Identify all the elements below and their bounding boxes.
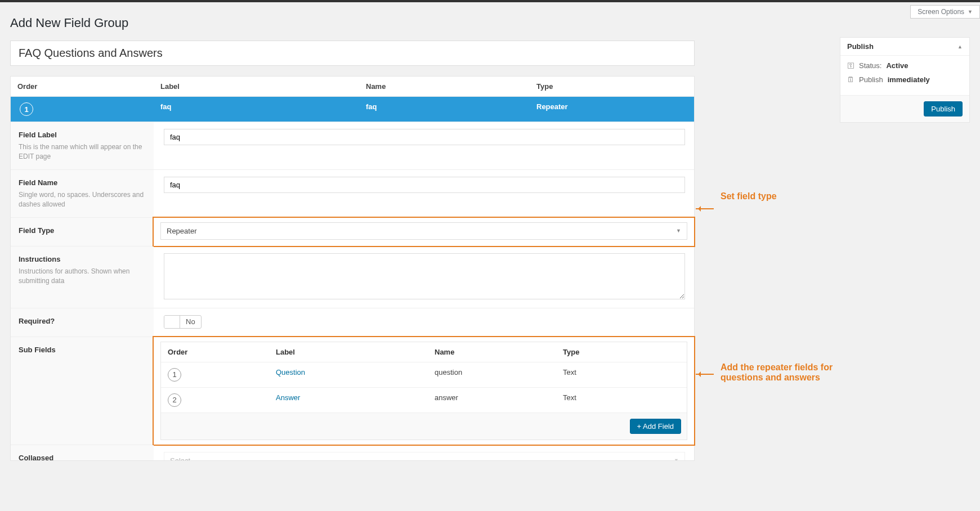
sub-type: Text — [556, 362, 687, 387]
sub-th-type: Type — [556, 342, 687, 362]
publish-title: Publish — [847, 42, 874, 51]
setting-desc: Single word, no spaces. Underscores and … — [19, 190, 147, 209]
group-title-input[interactable] — [10, 41, 695, 66]
add-field-button[interactable]: + Add Field — [630, 419, 681, 434]
sub-row[interactable]: 2 Answer answer Text — [161, 388, 687, 413]
key-icon: ⚿ — [847, 61, 854, 70]
fields-table: Order Label Name Type 1 faq faq Repeater… — [10, 76, 695, 461]
status-line: ⚿ Status: Active — [847, 61, 963, 70]
collapsed-value: Select — [170, 456, 190, 460]
field-label-cell: faq — [154, 97, 359, 122]
chevron-down-icon: ▼ — [968, 9, 973, 15]
field-type-select[interactable]: Repeater ▼ — [160, 222, 687, 240]
sub-th-label: Label — [269, 342, 428, 362]
screen-options-label: Screen Options — [918, 8, 964, 16]
instructions-textarea[interactable] — [164, 253, 685, 299]
field-order-num: 1 — [20, 102, 33, 116]
sub-footer: + Add Field — [161, 413, 687, 440]
status-value: Active — [886, 61, 908, 70]
required-toggle[interactable]: No — [164, 315, 202, 329]
sub-row[interactable]: 1 Question question Text — [161, 362, 687, 388]
annotation-arrow — [696, 374, 714, 375]
setting-label: Instructions — [19, 254, 147, 265]
publish-button[interactable]: Publish — [924, 101, 963, 116]
sub-label[interactable]: Question — [269, 362, 428, 387]
toggle-knob — [164, 316, 180, 328]
th-type: Type — [530, 77, 694, 96]
publish-box: Publish ▲ ⚿ Status: Active 🗓 Publish imm… — [840, 37, 970, 123]
calendar-icon: 🗓 — [847, 75, 854, 84]
field-row-active[interactable]: 1 faq faq Repeater — [11, 97, 694, 122]
setting-label: Required? — [19, 316, 147, 326]
field-label-input[interactable] — [164, 129, 685, 145]
setting-label: Field Label — [19, 130, 147, 140]
chevron-down-icon: ▼ — [674, 458, 679, 460]
setting-instructions: Instructions Instructions for authors. S… — [11, 246, 694, 308]
chevron-up-icon: ▲ — [957, 44, 963, 50]
publish-sidebar: Publish ▲ ⚿ Status: Active 🗓 Publish imm… — [840, 37, 970, 123]
setting-label: Sub Fields — [19, 345, 147, 355]
annotation-arrow — [696, 208, 714, 209]
setting-desc: Instructions for authors. Shown when sub… — [19, 267, 147, 286]
setting-label: Field Type — [19, 226, 147, 236]
sub-label[interactable]: Answer — [269, 388, 428, 413]
screen-options-button[interactable]: Screen Options ▼ — [910, 5, 980, 19]
sub-th-name: Name — [428, 342, 556, 362]
sub-order-num: 2 — [168, 393, 181, 407]
fields-header-row: Order Label Name Type — [11, 77, 694, 97]
th-label: Label — [154, 77, 359, 96]
schedule-value: immediately — [888, 75, 930, 84]
setting-label: Field Name — [19, 178, 147, 188]
sub-order-num: 1 — [168, 368, 181, 382]
status-label: Status: — [859, 61, 881, 70]
field-type-highlight: Repeater ▼ — [154, 218, 694, 246]
setting-label: Collapsed — [19, 453, 147, 460]
field-name-input[interactable] — [164, 177, 685, 193]
field-type-cell: Repeater — [530, 97, 694, 122]
setting-field-label: Field Label This is the name which will … — [11, 122, 694, 169]
setting-field-name: Field Name Single word, no spaces. Under… — [11, 169, 694, 217]
th-name: Name — [359, 77, 530, 96]
schedule-line: 🗓 Publish immediately — [847, 75, 963, 84]
sub-type: Text — [556, 388, 687, 413]
sub-name: question — [428, 362, 556, 387]
setting-desc: This is the name which will appear on th… — [19, 142, 147, 162]
page-title: Add New Field Group — [10, 16, 970, 30]
setting-collapsed: Collapsed Select ▼ — [11, 445, 694, 460]
collapsed-select[interactable]: Select ▼ — [164, 452, 685, 460]
sub-fields-table: Order Label Name Type 1 Question questio… — [160, 342, 687, 440]
sub-header-row: Order Label Name Type — [161, 342, 687, 362]
setting-sub-fields: Sub Fields Order Label Name Type 1 Quest… — [11, 337, 694, 445]
th-order: Order — [11, 77, 154, 96]
sub-th-order: Order — [161, 342, 269, 362]
sub-fields-highlight: Order Label Name Type 1 Question questio… — [154, 337, 694, 445]
setting-field-type: Field Type Repeater ▼ — [11, 217, 694, 246]
sub-name: answer — [428, 388, 556, 413]
publish-header[interactable]: Publish ▲ — [840, 38, 969, 56]
annotation-set-field-type: Set field type — [721, 191, 777, 201]
chevron-down-icon: ▼ — [676, 228, 681, 234]
publish-body: ⚿ Status: Active 🗓 Publish immediately — [840, 56, 969, 95]
schedule-label: Publish — [859, 75, 883, 84]
toggle-text: No — [180, 316, 201, 328]
field-name-cell: faq — [359, 97, 530, 122]
field-type-value: Repeater — [167, 227, 196, 235]
annotation-repeater-fields: Add the repeater fields for questions an… — [721, 362, 839, 383]
setting-required: Required? No — [11, 308, 694, 337]
